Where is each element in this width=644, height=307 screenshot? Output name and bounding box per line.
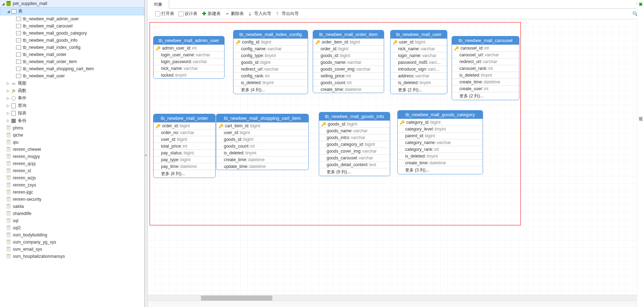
field-row[interactable]: category_level: tinyint (398, 126, 483, 132)
field-row[interactable]: is_deleted: tinyint (452, 72, 519, 78)
field-row[interactable]: carousel_url: varchar (452, 51, 519, 58)
db-item[interactable]: renren-security (0, 196, 144, 203)
table-group[interactable]: ◢ 表 (0, 7, 144, 15)
field-row[interactable]: 更多 (3 列)... (398, 166, 483, 174)
field-row[interactable]: 更多 (2 列)... (452, 92, 519, 100)
table-item[interactable]: tb_newbee_mall_goods_category (0, 30, 144, 37)
field-row[interactable]: 更多 (9 列)... (319, 168, 390, 176)
field-row[interactable]: pay_type: bigint (154, 156, 215, 163)
field-row[interactable]: create_time: datetime (398, 159, 483, 166)
field-row[interactable]: carousel_rank: int (452, 65, 519, 72)
design-table-button[interactable]: 设计表 (177, 10, 199, 17)
erd-table-carousel[interactable]: tb_newbee_mall_carousel🔑carousel_id: int… (452, 36, 519, 100)
field-row[interactable]: is_deleted: tinyint (391, 79, 447, 86)
table-item[interactable]: tb_newbee_mall_carousel (0, 22, 144, 30)
db-item[interactable]: ssm_bodybuilding (0, 231, 144, 239)
db-item[interactable]: renren_zxys (0, 181, 144, 189)
field-row[interactable]: 更多 (2 列)... (391, 86, 447, 94)
field-row[interactable]: login_password: varchar (154, 58, 224, 65)
field-row[interactable]: create_time: datetime (452, 78, 519, 85)
field-row[interactable]: total_price: int (154, 143, 215, 149)
table-item[interactable]: tb_newbee_mall_admin_user (0, 15, 144, 22)
erd-table-admin_user[interactable]: tb_newbee_mall_admin_user🔑admin_user_id:… (153, 36, 225, 79)
field-row[interactable]: goods_name: varchar (319, 127, 390, 134)
db-item[interactable]: phms (0, 124, 144, 132)
field-row[interactable]: create_user: int (452, 85, 519, 92)
field-row[interactable]: create_time: datetime (216, 156, 308, 163)
field-row[interactable]: is_deleted: tinyint (398, 153, 483, 159)
field-row[interactable]: config_type: tinyint (233, 52, 308, 59)
field-row[interactable]: redirect_url: varchar (233, 66, 308, 72)
field-row[interactable]: goods_carousel: varchar (319, 154, 390, 161)
field-row[interactable]: goods_id: bigint (313, 52, 384, 59)
db-item[interactable]: renren_qcpj (0, 160, 144, 167)
erd-table-index_config[interactable]: tb_newbee_mall_index_config🔑config_id: b… (233, 30, 308, 94)
db-item[interactable]: sql (0, 217, 144, 224)
open-table-button[interactable]: 打开表 (154, 10, 176, 17)
field-row[interactable]: goods_detail_content: text (319, 161, 390, 168)
table-header[interactable]: tb_newbee_mall_user (391, 30, 447, 39)
field-row[interactable]: 🔑order_id: bigint (154, 122, 215, 129)
right-panel-collapsed[interactable]: ▣ 没有可 (637, 0, 644, 307)
field-row[interactable]: goods_category_id: bigint (319, 141, 390, 148)
erd-table-order[interactable]: tb_newbee_mall_order🔑order_id: bigintord… (153, 114, 216, 178)
field-row[interactable]: pay_status: bigint (154, 149, 215, 156)
field-row[interactable]: 🔑goods_id: bigint (319, 121, 390, 127)
table-header[interactable]: tb_newbee_mall_carousel (452, 36, 519, 45)
field-row[interactable]: 🔑order_item_id: bigint (313, 39, 384, 45)
db-item[interactable]: sakila (0, 203, 144, 210)
field-row[interactable]: 🔑admin_user_id: int (154, 45, 224, 51)
section-查询[interactable]: ▷查询 (0, 102, 144, 109)
field-row[interactable]: is_deleted: tinyint (216, 149, 308, 156)
erd-table-user[interactable]: tb_newbee_mall_user🔑user_id: bigintnick_… (390, 30, 447, 94)
splitter[interactable] (145, 0, 147, 307)
table-item[interactable]: tb_newbee_mall_index_config (0, 44, 144, 51)
field-row[interactable]: 🔑user_id: bigint (391, 39, 447, 45)
table-header[interactable]: tb_newbee_mall_goods_category (398, 111, 483, 119)
erd-table-cart_item[interactable]: tb_newbee_mall_shopping_cart_item🔑cart_i… (216, 114, 309, 170)
db-item[interactable]: renren-jqjc (0, 189, 144, 196)
field-row[interactable]: goods_id: bigint (233, 59, 308, 66)
field-row[interactable]: goods_name: varchar (313, 59, 384, 66)
export-wizard-button[interactable]: ⤒导出向导 (274, 10, 300, 17)
field-row[interactable]: locked: tinyint (154, 72, 224, 78)
erd-table-order_item[interactable]: tb_newbee_mall_order_item🔑order_item_id:… (313, 30, 384, 93)
table-item[interactable]: tb_newbee_mall_goods_info (0, 37, 144, 44)
table-header[interactable]: tb_newbee_mall_admin_user (154, 36, 224, 45)
field-row[interactable]: goods_cover_img: varchar (319, 148, 390, 154)
db-item[interactable]: renren_chewei (0, 146, 144, 153)
field-row[interactable]: 🔑category_id: bigint (398, 119, 483, 126)
db-item[interactable]: qiche (0, 132, 144, 139)
field-row[interactable]: config_name: varchar (233, 45, 308, 52)
field-row[interactable]: login_user_name: varchar (154, 51, 224, 58)
table-header[interactable]: tb_newbee_mall_order (154, 114, 215, 122)
table-header[interactable]: tb_newbee_mall_goods_info (319, 112, 390, 121)
field-row[interactable]: 🔑config_id: bigint (233, 39, 308, 45)
section-事件[interactable]: ▷事件 (0, 94, 144, 102)
db-item[interactable]: sharedlife (0, 210, 144, 217)
table-item[interactable]: tb_newbee_mall_shopping_cart_item (0, 65, 144, 72)
db-item[interactable]: ssm_email_sys (0, 246, 144, 253)
field-row[interactable]: nick_name: varchar (154, 65, 224, 72)
erd-table-goods_category[interactable]: tb_newbee_mall_goods_category🔑category_i… (397, 110, 483, 174)
field-row[interactable]: introduce_sign: varc... (391, 66, 447, 72)
field-row[interactable]: category_rank: int (398, 146, 483, 153)
field-row[interactable]: address: varchar (391, 72, 447, 79)
field-row[interactable]: user_id: bigint (154, 136, 215, 143)
field-row[interactable]: goods_count: int (313, 79, 384, 86)
table-item[interactable]: tb_newbee_mall_order (0, 51, 144, 58)
db-item[interactable]: renren_st (0, 167, 144, 174)
field-row[interactable]: create_time: datetime (313, 86, 384, 93)
field-row[interactable]: is_deleted: tinyint (233, 79, 308, 86)
h-scrollbar[interactable] (147, 295, 637, 301)
table-item[interactable]: tb_newbee_mall_user (0, 72, 144, 80)
section-备份[interactable]: ▷备份 (0, 117, 144, 124)
delete-table-button[interactable]: –删除表 (223, 10, 245, 17)
import-wizard-button[interactable]: ⤓导入向导 (247, 10, 273, 17)
db-item[interactable]: qiu (0, 139, 144, 146)
tab-object[interactable]: 对象 (147, 0, 169, 9)
field-row[interactable]: redirect_url: varchar (452, 58, 519, 65)
section-视图[interactable]: ▷∞视图 (0, 80, 144, 87)
field-row[interactable]: goods_count: int (216, 143, 308, 149)
table-header[interactable]: tb_newbee_mall_order_item (313, 30, 384, 39)
